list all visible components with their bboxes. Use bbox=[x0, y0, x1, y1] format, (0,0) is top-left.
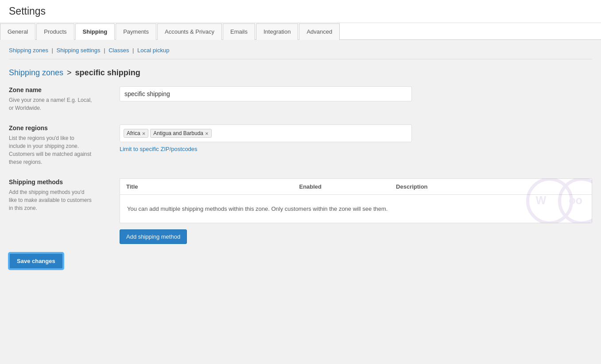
save-changes-button[interactable]: Save changes bbox=[9, 253, 63, 269]
zone-name-desc-2: or Worldwide. bbox=[9, 104, 106, 112]
page-title: Settings bbox=[0, 0, 601, 23]
shipping-methods-label: Shipping methods bbox=[9, 178, 106, 186]
svg-text:oo: oo bbox=[569, 194, 582, 206]
shipping-methods-desc-3: in this zone. bbox=[9, 204, 106, 212]
subnav-shipping-zones[interactable]: Shipping zones bbox=[9, 47, 48, 54]
shipping-methods-table: Title Enabled Description You can add mu… bbox=[120, 178, 592, 223]
add-shipping-method-button[interactable]: Add shipping method bbox=[120, 229, 187, 244]
woo-watermark: W oo bbox=[526, 178, 592, 223]
zone-regions-section: Zone regions List the regions you'd like… bbox=[9, 124, 592, 166]
methods-label-col: Shipping methods Add the shipping method… bbox=[9, 178, 106, 244]
breadcrumb-current: specific shipping bbox=[75, 68, 140, 77]
shipping-methods-desc-2: like to make available to customers bbox=[9, 196, 106, 204]
methods-table-empty-row: You can add multiple shipping methods wi… bbox=[120, 195, 592, 223]
methods-table-header-row: Title Enabled Description bbox=[120, 179, 592, 195]
tab-shipping[interactable]: Shipping bbox=[75, 23, 115, 40]
shipping-methods-desc-1: Add the shipping methods you'd bbox=[9, 188, 106, 196]
tab-general[interactable]: General bbox=[0, 23, 35, 40]
breadcrumb: Shipping zones > specific shipping bbox=[9, 68, 592, 77]
subnav-separator-1: | bbox=[52, 47, 53, 54]
subnav-separator-3: | bbox=[132, 47, 134, 54]
tag-africa-label: Africa bbox=[127, 130, 140, 136]
tab-emails[interactable]: Emails bbox=[223, 23, 255, 40]
tag-antigua-label: Antigua and Barbuda bbox=[153, 130, 203, 136]
subnav-classes[interactable]: Classes bbox=[109, 47, 129, 54]
methods-table-col: Title Enabled Description You can add mu… bbox=[120, 178, 592, 244]
breadcrumb-separator: > bbox=[67, 68, 72, 77]
zone-name-section: Zone name Give your zone a name! E.g. Lo… bbox=[9, 86, 592, 112]
zone-name-label: Zone name bbox=[9, 86, 106, 93]
breadcrumb-parent[interactable]: Shipping zones bbox=[9, 68, 63, 77]
region-input-container[interactable]: Africa × Antigua and Barbuda × bbox=[120, 124, 412, 142]
zone-name-desc-1: Give your zone a name! E.g. Local, bbox=[9, 96, 106, 104]
tab-payments[interactable]: Payments bbox=[116, 23, 156, 40]
tag-africa: Africa × bbox=[124, 129, 148, 138]
tab-accounts-privacy[interactable]: Accounts & Privacy bbox=[157, 23, 222, 40]
divider bbox=[9, 59, 592, 59]
tag-antigua: Antigua and Barbuda × bbox=[150, 129, 211, 138]
zone-regions-label: Zone regions bbox=[9, 124, 106, 132]
tab-products[interactable]: Products bbox=[36, 23, 74, 40]
subnav-local-pickup[interactable]: Local pickup bbox=[137, 47, 169, 54]
svg-text:W: W bbox=[536, 194, 547, 206]
zone-regions-label-col: Zone regions List the regions you'd like… bbox=[9, 124, 106, 166]
zone-regions-desc-3: Customers will be matched against bbox=[9, 150, 106, 158]
col-header-title: Title bbox=[120, 179, 231, 195]
methods-table-wrapper: Title Enabled Description You can add mu… bbox=[120, 178, 592, 223]
limit-zip-link[interactable]: Limit to specific ZIP/postcodes bbox=[120, 146, 198, 152]
zone-name-input[interactable] bbox=[120, 86, 412, 101]
zone-regions-desc-4: these regions. bbox=[9, 158, 106, 166]
shipping-methods-section: Shipping methods Add the shipping method… bbox=[9, 178, 592, 244]
tab-integration[interactable]: Integration bbox=[256, 23, 298, 40]
tabs-bar: General Products Shipping Payments Accou… bbox=[0, 23, 601, 40]
tab-advanced[interactable]: Advanced bbox=[299, 23, 340, 40]
subnav-separator-2: | bbox=[104, 47, 105, 54]
zone-name-label-col: Zone name Give your zone a name! E.g. Lo… bbox=[9, 86, 106, 112]
tag-africa-remove[interactable]: × bbox=[142, 131, 146, 136]
col-header-enabled: Enabled bbox=[231, 179, 390, 195]
methods-empty-message: You can add multiple shipping methods wi… bbox=[120, 195, 592, 223]
zone-regions-desc-1: List the regions you'd like to bbox=[9, 134, 106, 142]
sub-nav: Shipping zones | Shipping settings | Cla… bbox=[9, 47, 592, 54]
content-area: Shipping zones | Shipping settings | Cla… bbox=[0, 40, 601, 360]
zone-name-input-col bbox=[120, 86, 592, 112]
zone-regions-desc-2: include in your shipping zone. bbox=[9, 142, 106, 150]
tag-antigua-remove[interactable]: × bbox=[205, 131, 209, 136]
subnav-shipping-settings[interactable]: Shipping settings bbox=[57, 47, 101, 54]
zone-regions-input-col: Africa × Antigua and Barbuda × Limit to … bbox=[120, 124, 592, 166]
